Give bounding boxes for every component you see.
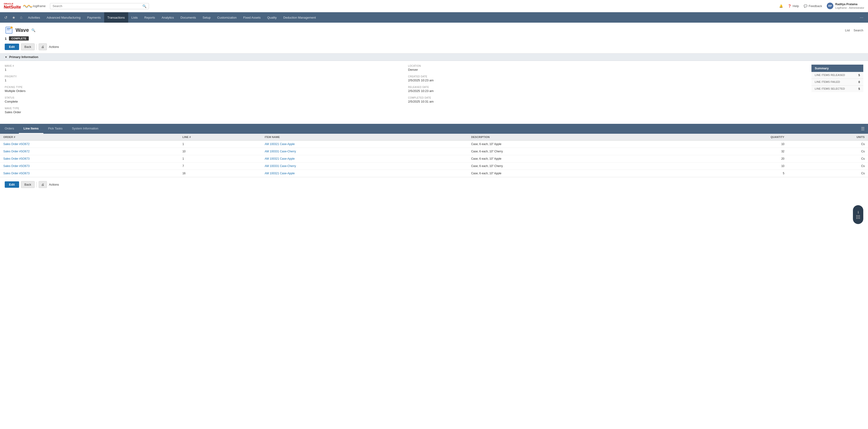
- order-link-3[interactable]: Sales Order #SO673: [3, 164, 29, 168]
- status-field: STATUS Complete: [5, 96, 408, 103]
- tab-pick-tasks[interactable]: Pick Tasks: [43, 124, 67, 134]
- nav-item-deduction-management[interactable]: Deduction Management: [280, 12, 319, 23]
- search-input[interactable]: [53, 4, 142, 8]
- help-icon: ❓: [787, 4, 792, 8]
- primary-info-body: WAVE # 1 PRIORITY 1 PICKING TYPE Multipl…: [0, 61, 868, 121]
- nav-item-fixed-assets[interactable]: Fixed Assets: [240, 12, 264, 23]
- page-title-left: ! Wave 🔍: [5, 26, 35, 34]
- cell-units-0: Cs: [787, 141, 868, 148]
- print-button-top[interactable]: 🖨: [39, 44, 47, 50]
- page-title: Wave: [16, 27, 29, 33]
- back-button-top[interactable]: Back: [21, 44, 35, 50]
- cell-item-1: AM 100331 Case-Cherry: [261, 148, 468, 155]
- cell-quantity-4: 5: [676, 170, 787, 177]
- search-link[interactable]: Search: [854, 29, 863, 32]
- cell-description-3: Case, 6 each, 10" Cherry: [468, 163, 676, 170]
- cell-units-3: Cs: [787, 163, 868, 170]
- cell-order-1: Sales Order #SO672: [0, 148, 179, 155]
- cell-line-2: 1: [179, 155, 261, 163]
- action-row-bottom: Edit Back 🖨 Actions: [0, 177, 868, 192]
- summary-title: Summary: [811, 65, 863, 72]
- order-link-2[interactable]: Sales Order #SO673: [3, 157, 29, 161]
- tabs-section: Orders Line Items Pick Tasks System Info…: [0, 124, 868, 177]
- nav-home-icon[interactable]: ⌂: [18, 12, 25, 23]
- col-header-line: LINE #: [179, 134, 261, 141]
- location-field: LOCATION Denver: [408, 65, 812, 72]
- primary-info-section-header[interactable]: ▼ Primary Information: [0, 53, 868, 61]
- back-button-bottom[interactable]: Back: [21, 181, 35, 188]
- item-link-3[interactable]: AM 100331 Case-Cherry: [265, 164, 296, 168]
- nav-item-documents[interactable]: Documents: [177, 12, 199, 23]
- order-link-4[interactable]: Sales Order #SO673: [3, 172, 29, 175]
- nav-item-transactions[interactable]: Transactions: [104, 12, 128, 23]
- status-badge: COMPLETE: [9, 36, 29, 40]
- page-search-icon[interactable]: 🔍: [31, 28, 35, 32]
- completed-date-label: COMPLETED DATE: [408, 96, 812, 99]
- tab-system-information[interactable]: System Information: [67, 124, 103, 134]
- edit-button-bottom[interactable]: Edit: [5, 181, 19, 188]
- wave-hash-value: 1: [5, 68, 408, 72]
- completed-date-value: 2/5/2025 10:31 am: [408, 100, 812, 103]
- netsuite-text: NetSuite: [4, 5, 21, 9]
- col-header-description: DESCRIPTION: [468, 134, 676, 141]
- tab-line-items[interactable]: Line Items: [19, 124, 43, 134]
- nav-item-payments[interactable]: Payments: [84, 12, 104, 23]
- nav-item-analytics[interactable]: Analytics: [158, 12, 177, 23]
- netsuite-logo: ORACLE NetSuite: [4, 3, 21, 9]
- nav-item-activities[interactable]: Activities: [25, 12, 43, 23]
- item-link-0[interactable]: AM 100321 Case-Apple: [265, 142, 294, 146]
- svg-rect-2: [7, 29, 10, 30]
- logo-area: ORACLE NetSuite logiframe: [4, 3, 46, 9]
- actions-button-bottom[interactable]: Actions: [49, 183, 59, 186]
- table-body: Sales Order #SO672 1 AM 100321 Case-Appl…: [0, 141, 868, 177]
- summary-selected-label: LINE ITEMS SELECTED: [815, 87, 845, 91]
- summary-released-label: LINE ITEMS RELEASED: [815, 74, 845, 77]
- picking-type-field: PICKING TYPE Multiple Orders: [5, 86, 408, 93]
- released-date-field: RELEASED DATE 2/5/2025 10:23 am: [408, 86, 812, 93]
- tab-menu-button[interactable]: ☰: [858, 126, 868, 132]
- floating-info-icon: ℹ: [858, 210, 859, 214]
- created-date-value: 2/5/2025 10:23 am: [408, 79, 812, 82]
- edit-button-top[interactable]: Edit: [5, 44, 19, 50]
- nav-item-lists[interactable]: Lists: [128, 12, 141, 23]
- logiframe-logo: logiframe: [23, 3, 45, 9]
- nav-item-quality[interactable]: Quality: [264, 12, 280, 23]
- nav-item-advanced-manufacturing[interactable]: Advanced Manufacturing: [43, 12, 84, 23]
- nav-item-customization[interactable]: Customization: [214, 12, 240, 23]
- cell-description-1: Case, 6 each, 10" Cherry: [468, 148, 676, 155]
- user-info[interactable]: RP Raditya Pratama Logiframe - Administr…: [827, 3, 864, 10]
- nav-favorites-icon[interactable]: ★: [10, 12, 18, 23]
- cell-item-4: AM 100321 Case-Apple: [261, 170, 468, 177]
- tab-orders[interactable]: Orders: [0, 124, 19, 134]
- search-bar[interactable]: 🔍: [50, 3, 149, 9]
- cell-quantity-0: 10: [676, 141, 787, 148]
- floating-help-widget[interactable]: ℹ: [853, 205, 863, 224]
- created-date-field: CREATED DATE 2/5/2025 10:23 am: [408, 75, 812, 82]
- nav-item-setup[interactable]: Setup: [199, 12, 214, 23]
- cell-line-1: 10: [179, 148, 261, 155]
- order-link-0[interactable]: Sales Order #SO672: [3, 142, 29, 146]
- user-details: Raditya Pratama Logiframe - Administrato…: [835, 3, 864, 10]
- header-right: 🔔 ❓ Help 💬 Feedback RP Raditya Pratama L…: [779, 3, 864, 10]
- print-button-bottom[interactable]: 🖨: [39, 181, 47, 188]
- item-link-2[interactable]: AM 100321 Case-Apple: [265, 157, 294, 161]
- line-items-table: ORDER # LINE # ITEM NAME DESCRIPTION QUA…: [0, 134, 868, 177]
- list-link[interactable]: List: [845, 29, 850, 32]
- cell-units-1: Cs: [787, 148, 868, 155]
- page-title-row: ! Wave 🔍 List Search: [0, 23, 868, 35]
- table-row: Sales Order #SO673 7 AM 100331 Case-Cher…: [0, 163, 868, 170]
- nav-more-button[interactable]: ···: [857, 12, 866, 23]
- notifications-button[interactable]: 🔔: [779, 4, 783, 8]
- nav-item-reports[interactable]: Reports: [141, 12, 158, 23]
- help-button[interactable]: ❓ Help: [787, 4, 799, 8]
- col-header-units: UNITS: [787, 134, 868, 141]
- item-link-4[interactable]: AM 100321 Case-Apple: [265, 172, 294, 175]
- actions-button-top[interactable]: Actions: [49, 45, 59, 49]
- nav-history-icon[interactable]: ↺: [2, 12, 10, 23]
- order-link-1[interactable]: Sales Order #SO672: [3, 150, 29, 153]
- feedback-button[interactable]: 💬 Feedback: [804, 4, 822, 8]
- page-content: ! Wave 🔍 List Search 1 COMPLETE Edit Bac…: [0, 23, 868, 429]
- divider-bottom: [36, 182, 37, 188]
- item-link-1[interactable]: AM 100331 Case-Cherry: [265, 150, 296, 153]
- table-row: Sales Order #SO673 1 AM 100321 Case-Appl…: [0, 155, 868, 163]
